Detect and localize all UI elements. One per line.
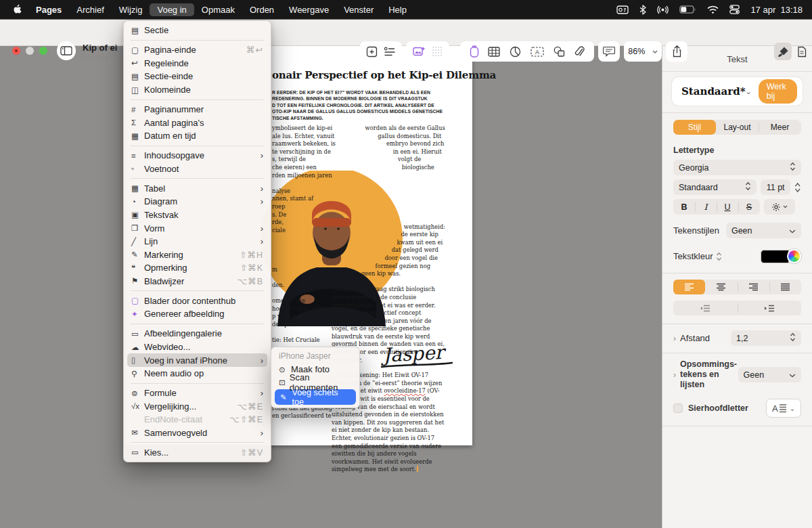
menu-item-neem-audio-op[interactable]: ⚲Neem audio op: [127, 367, 267, 380]
menubar-item-opmaak[interactable]: Opmaak: [194, 3, 242, 16]
menu-item-regeleinde[interactable]: ↩Regeleinde: [127, 57, 267, 70]
text-color-well[interactable]: [761, 249, 801, 263]
bluetooth-icon[interactable]: [639, 5, 646, 15]
grid-placeholder-icon[interactable]: [432, 46, 443, 57]
spacing-select[interactable]: 1,2: [731, 330, 801, 346]
disclosure-icon[interactable]: ›: [673, 334, 676, 343]
bold-button[interactable]: B: [673, 199, 695, 215]
textbox-icon[interactable]: A: [531, 47, 544, 57]
sidebar-toggle-button[interactable]: [57, 41, 76, 60]
menubar-item-voeg-in[interactable]: Voeg in: [150, 3, 194, 16]
attachment-icon[interactable]: [574, 46, 585, 58]
tab-lay-out[interactable]: Lay-out: [716, 120, 759, 135]
font-size-stepper[interactable]: [794, 181, 801, 194]
tab-meer[interactable]: Meer: [759, 120, 801, 135]
align-center-button[interactable]: [705, 280, 737, 294]
menubar-item-wijzig[interactable]: Wijzig: [112, 3, 150, 16]
align-right-button[interactable]: [738, 280, 769, 294]
inspector-tabs: StijlLay-outMeer: [673, 120, 801, 135]
outdent-button[interactable]: [673, 301, 738, 315]
menu-item-webvideo[interactable]: ☁Webvideo...: [127, 340, 267, 354]
table-icon[interactable]: [488, 47, 500, 57]
menu-item-lijn[interactable]: ╱Lijn›: [127, 235, 267, 248]
underline-button[interactable]: U: [717, 199, 738, 215]
close-button[interactable]: [12, 47, 20, 55]
font-weight-select[interactable]: Standaard: [673, 179, 757, 195]
menu-item-kolomeinde[interactable]: ◫Kolomeinde: [127, 83, 267, 97]
stepper-icon[interactable]: [716, 252, 722, 261]
update-style-button[interactable]: Werk bij: [759, 79, 797, 104]
menu-item-tabel[interactable]: ▦Tabel›: [127, 181, 267, 195]
font-family-select[interactable]: Georgia: [673, 160, 801, 175]
control-center-icon[interactable]: [729, 5, 740, 14]
color-swatch-black[interactable]: [761, 250, 789, 263]
insert-icon[interactable]: [366, 46, 378, 58]
minimize-button[interactable]: [26, 47, 34, 55]
dropcap-style-select[interactable]: A ⌄: [766, 399, 801, 418]
menu-item-aantal-paginas[interactable]: ΣAantal pagina's: [127, 116, 267, 129]
signature-jasper[interactable]: Jasper: [378, 338, 456, 374]
contenthub-icon[interactable]: [470, 45, 479, 58]
menubar-item-weergave[interactable]: Weergave: [281, 3, 336, 16]
char-styles-select[interactable]: Geen: [726, 223, 801, 238]
advanced-options-button[interactable]: [764, 199, 795, 215]
dropcap-checkbox[interactable]: [673, 403, 683, 413]
submenu-item-voeg-schets-toe[interactable]: ✎Voeg schets toe: [275, 389, 356, 405]
document-canvas[interactable]: onair Perspectief op het Kip-ei Dilemma …: [0, 46, 662, 528]
menu-item-afbeeldingengalerie[interactable]: ▭Afbeeldingengalerie: [127, 327, 267, 340]
generate-image-icon[interactable]: [413, 46, 426, 57]
menu-item-sectie-einde[interactable]: ▤Sectie-einde: [127, 70, 267, 83]
menu-item-kies[interactable]: ▭Kies...⇧⌘V: [127, 446, 267, 460]
menubar-item-orden[interactable]: Orden: [242, 3, 281, 16]
font-size-field[interactable]: 11 pt: [761, 179, 791, 195]
tab-stijl[interactable]: Stijl: [673, 120, 716, 135]
hotspot-icon[interactable]: [657, 5, 669, 15]
menu-item-sectie[interactable]: ▤Sectie: [127, 24, 267, 37]
disclosure-icon[interactable]: ›: [673, 370, 676, 380]
menu-item-opmerking[interactable]: ❝Opmerking⇧⌘K: [127, 261, 267, 275]
align-left-button[interactable]: [673, 280, 705, 294]
menu-item-blader-door-contenthub[interactable]: ▢Blader door contenthub: [127, 294, 267, 308]
color-wheel-button[interactable]: [787, 249, 801, 263]
menubar-item-venster[interactable]: Venster: [336, 3, 381, 16]
menu-item-bladwijzer[interactable]: ⚑Bladwijzer⌥⌘B: [127, 275, 267, 288]
comment-icon[interactable]: [603, 46, 615, 57]
indent-button[interactable]: [738, 301, 802, 315]
paragraph-style-card[interactable]: Standaard* ⌄ Werk bij: [672, 77, 803, 106]
menu-item-vergelijking[interactable]: √xVergelijking...⌥⌘E: [127, 399, 267, 413]
menu-item-voetnoot[interactable]: ▫Voetnoot: [127, 162, 267, 175]
menu-item-markering[interactable]: ✎Markering⇧⌘H: [127, 248, 267, 261]
apple-menu[interactable]: [7, 4, 27, 15]
menu-item-tekstvak[interactable]: ▣Tekstvak: [127, 208, 267, 222]
menu-item-paginanummer[interactable]: #Paginanummer: [127, 103, 267, 116]
zoom-control[interactable]: 86%: [624, 41, 662, 62]
wifi-icon[interactable]: [707, 5, 719, 14]
italic-button[interactable]: I: [695, 199, 717, 215]
align-justify-button[interactable]: [769, 280, 801, 294]
menubar-item-help[interactable]: Help: [381, 3, 414, 16]
share-icon[interactable]: [672, 45, 682, 58]
format-inspector-button[interactable]: [774, 43, 792, 60]
menu-item-voeg-in-vanaf-iphone[interactable]: ▯Voeg in vanaf iPhone›: [127, 353, 267, 367]
screen-mirroring-icon[interactable]: [616, 5, 629, 14]
menu-item-samenvoegveld[interactable]: ✉Samenvoegveld›: [127, 426, 267, 440]
battery-icon[interactable]: [679, 5, 696, 14]
menu-item-vorm[interactable]: ❐Vorm›: [127, 221, 267, 235]
shapes-icon[interactable]: [554, 46, 565, 57]
menu-item-diagram[interactable]: ◔Diagram›: [127, 195, 267, 208]
menu-item-pagina-einde[interactable]: ▢Pagina-einde⌘↩: [127, 43, 267, 57]
menu-item-datum-en-tijd[interactable]: ▦Datum en tijd: [127, 129, 267, 143]
format-document-icon[interactable]: [384, 47, 396, 57]
bullets-select[interactable]: Geen: [738, 367, 801, 382]
menubar-item-pages[interactable]: Pages: [28, 3, 69, 16]
menu-item-inhoudsopgave[interactable]: ≡Inhoudsopgave›: [127, 149, 267, 162]
document-title[interactable]: Kip of ei: [83, 43, 117, 53]
strikethrough-button[interactable]: S: [738, 199, 760, 215]
chevron-down-icon[interactable]: ⌄: [746, 87, 752, 96]
zoom-window-button[interactable]: [39, 47, 47, 55]
menu-item-formule[interactable]: ⊜Formule›: [127, 387, 267, 400]
menu-item-genereer-afbeelding[interactable]: ✦Genereer afbeelding: [127, 307, 267, 321]
menubar-item-archief[interactable]: Archief: [69, 3, 111, 16]
document-inspector-button[interactable]: [793, 43, 811, 60]
chart-icon[interactable]: [510, 46, 521, 58]
